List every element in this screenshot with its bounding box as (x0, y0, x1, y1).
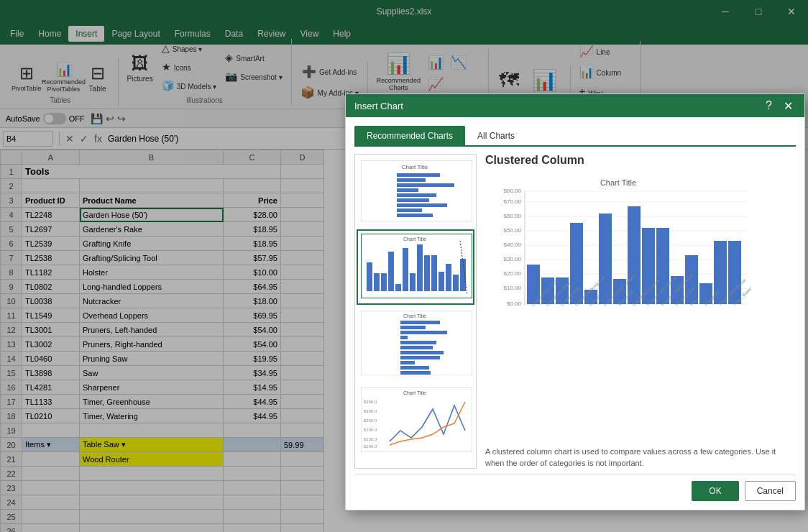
dialog-title: Insert Chart (354, 101, 403, 111)
svg-rect-20 (417, 244, 423, 291)
svg-text:$300.0: $300.0 (364, 409, 377, 413)
tab-all-charts[interactable]: All Charts (465, 126, 527, 145)
svg-text:$20.00: $20.00 (504, 270, 522, 277)
svg-rect-3 (397, 178, 426, 182)
svg-text:$10.00: $10.00 (504, 285, 522, 291)
dialog-content: Recommended Charts All Charts Chart Titl… (346, 117, 804, 510)
chart-description: A clustered column chart is used to comp… (485, 446, 796, 469)
svg-rect-13 (367, 262, 372, 291)
dialog-controls: ? ✕ (763, 99, 796, 113)
svg-rect-21 (424, 255, 430, 291)
svg-text:$50.00: $50.00 (504, 227, 522, 234)
svg-rect-6 (397, 193, 436, 197)
svg-text:$0.00: $0.00 (507, 301, 522, 307)
svg-rect-4 (397, 183, 454, 187)
insert-chart-dialog: Insert Chart ? ✕ Recommended Charts All … (345, 93, 805, 510)
chart-preview-area: Clustered Column Chart Title $0.00 $10.0… (485, 154, 796, 469)
dialog-help-button[interactable]: ? (763, 99, 775, 113)
svg-text:$150.0: $150.0 (364, 437, 377, 441)
svg-rect-14 (374, 273, 380, 291)
svg-rect-34 (400, 341, 436, 344)
svg-text:Chart Title: Chart Title (403, 390, 426, 395)
tab-recommended-charts[interactable]: Recommended Charts (354, 126, 465, 145)
chart-type-title: Clustered Column (485, 154, 796, 167)
svg-text:Chart Title: Chart Title (403, 237, 426, 242)
svg-rect-75 (599, 214, 612, 304)
chart-thumbnail-2[interactable]: Chart Title (357, 229, 474, 305)
svg-text:Chart Title: Chart Title (600, 178, 636, 187)
ok-button[interactable]: OK (692, 481, 738, 501)
svg-text:$200.0: $200.0 (364, 428, 377, 432)
chart-preview-svg: Chart Title $0.00 $10.00 $20.00 $30.00 $… (485, 173, 751, 324)
chart-thumb-1-svg: Chart Title (361, 160, 472, 221)
chart-thumbnail-4[interactable]: Chart Title $350.0 $300.0 $250.0 $200.0 … (357, 383, 474, 459)
svg-rect-32 (400, 331, 447, 334)
svg-rect-39 (400, 366, 429, 370)
svg-text:$80.00: $80.00 (504, 188, 522, 194)
svg-text:$250.0: $250.0 (364, 418, 377, 423)
svg-rect-17 (395, 284, 401, 291)
dialog-footer: OK Cancel (354, 474, 796, 501)
chart-thumb-2-svg: Chart Title (361, 234, 472, 298)
svg-rect-25 (453, 275, 459, 291)
svg-rect-24 (446, 264, 451, 291)
svg-rect-22 (431, 255, 437, 291)
svg-rect-19 (410, 273, 416, 291)
svg-rect-10 (397, 214, 433, 217)
svg-text:$100.0: $100.0 (364, 444, 377, 449)
chart-thumbnail-1[interactable]: Chart Title (357, 156, 474, 228)
svg-text:$60.00: $60.00 (504, 213, 522, 219)
svg-text:Chart Title: Chart Title (402, 164, 428, 170)
svg-rect-33 (400, 336, 408, 339)
svg-rect-15 (381, 273, 387, 291)
svg-rect-36 (400, 351, 444, 354)
svg-rect-18 (403, 248, 408, 291)
dialog-close-button[interactable]: ✕ (781, 99, 796, 113)
svg-rect-31 (400, 326, 426, 329)
svg-rect-37 (400, 356, 440, 359)
chart-thumbnail-3[interactable]: Chart Title (357, 306, 474, 382)
dialog-title-bar: Insert Chart ? ✕ (346, 94, 804, 117)
svg-rect-77 (628, 206, 641, 304)
svg-rect-7 (397, 198, 429, 202)
svg-rect-23 (439, 272, 444, 291)
svg-text:$30.00: $30.00 (504, 256, 522, 262)
chart-preview-svg-container: Chart Title $0.00 $10.00 $20.00 $30.00 $… (485, 173, 796, 441)
chart-thumbnail-list: Chart Title (354, 154, 477, 469)
svg-rect-35 (400, 346, 433, 349)
svg-text:$350.0: $350.0 (364, 400, 377, 404)
svg-rect-38 (400, 361, 415, 364)
svg-rect-9 (397, 208, 422, 212)
chart-thumb-3-svg: Chart Title (361, 311, 472, 375)
svg-rect-8 (397, 203, 447, 207)
svg-rect-2 (397, 173, 440, 177)
svg-rect-5 (397, 188, 418, 192)
cancel-button[interactable]: Cancel (745, 481, 796, 501)
chart-layout: Chart Title (354, 154, 796, 469)
svg-text:$40.00: $40.00 (504, 242, 522, 248)
svg-rect-30 (400, 321, 440, 324)
svg-rect-16 (388, 252, 394, 291)
svg-text:$70.00: $70.00 (504, 198, 522, 205)
chart-tab-bar: Recommended Charts All Charts (354, 126, 796, 147)
svg-text:Chart Title: Chart Title (403, 313, 426, 318)
chart-thumb-4-svg: Chart Title $350.0 $300.0 $250.0 $200.0 … (361, 387, 472, 452)
svg-rect-40 (400, 371, 431, 375)
